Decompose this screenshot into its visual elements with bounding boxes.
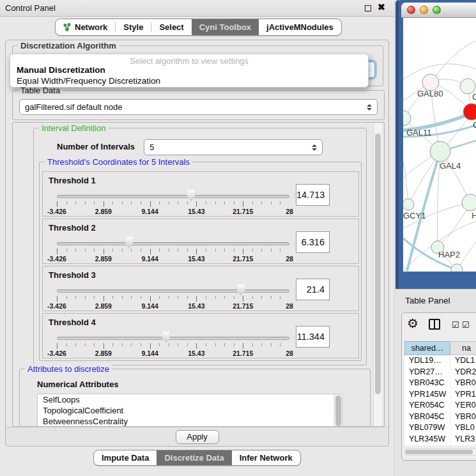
node-label-gal80: GAL80 [417, 89, 443, 98]
settings-vertical-scrollbar[interactable] [373, 123, 382, 427]
tab-discretize-data[interactable]: Discretize Data [157, 450, 231, 465]
algorithm-dropdown-popup: Select algorithm to view settings Manual… [10, 54, 369, 88]
network-node[interactable] [462, 194, 476, 211]
network-view-window: GAL80 G C GAL11 GAL4 GCY1 H HAP2 [395, 0, 476, 289]
table-row[interactable]: YLR345WYLR3 [404, 434, 476, 445]
table-panel: Table Panel ⚙ ☑ ☑ shared… na YDL19…YDL1 … [395, 289, 476, 476]
slider-track[interactable] [57, 289, 289, 293]
network-window-titlebar[interactable] [401, 3, 476, 18]
tab-cyni-toolbox[interactable]: Cyni Toolbox [192, 19, 259, 35]
slider-ticks-major [57, 201, 289, 207]
node-label-gal4: GAL4 [440, 161, 461, 171]
tab-jactivemnodules[interactable]: jActiveMNodules [259, 19, 341, 35]
columns-icon[interactable] [429, 319, 440, 330]
interval-definition-title: Interval Definition [39, 123, 108, 133]
threshold-3-panel: Threshold 3 -3.426 2.859 9.144 [42, 266, 359, 311]
threshold-3-slider[interactable]: -3.426 2.859 9.144 15.43 21.715 28 [57, 284, 289, 309]
threshold-2-slider[interactable]: -3.426 2.859 9.144 15.43 21.715 28 [57, 237, 289, 261]
table-panel-title: Table Panel [405, 296, 450, 305]
attributes-group-title: Attributes to discretize [25, 364, 112, 374]
network-node-gal4[interactable] [430, 141, 450, 162]
slider-tick-labels: -3.426 2.859 9.144 15.43 21.715 28 [57, 302, 289, 310]
minimize-traffic-light[interactable] [420, 6, 428, 14]
interval-definition-group: Interval Definition Number of Intervals … [33, 128, 367, 365]
close-traffic-light[interactable] [407, 6, 415, 14]
control-panel-titlebar: Control Panel ✖ [0, 0, 394, 17]
column-header-name[interactable]: na [450, 341, 476, 355]
table-row[interactable]: YDL19…YDL1 [404, 355, 476, 367]
list-item[interactable]: SelfLoops [38, 394, 342, 405]
cyni-mode-tabbar: Impute Data Discretize Data Infer Networ… [93, 450, 301, 466]
tab-network-label: Network [75, 22, 107, 32]
combo-stepper-icon [367, 104, 372, 111]
node-label-fragment: G [472, 92, 476, 102]
list-scrollbar[interactable] [334, 394, 342, 427]
table-panel-body: ⚙ ☑ ☑ shared… na YDL19…YDL1 YDR27…YDR2 Y… [401, 312, 476, 461]
checkbox-icon[interactable]: ☑ [462, 320, 470, 330]
slider-thumb[interactable] [162, 332, 171, 343]
apply-button[interactable]: Apply [176, 430, 219, 444]
network-icon [63, 23, 71, 31]
table-row[interactable]: YPR145WYPR1 [404, 389, 476, 401]
slider-ticks-major [57, 343, 289, 349]
slider-track[interactable] [57, 337, 289, 340]
slider-thumb[interactable] [236, 284, 245, 296]
table-row[interactable]: YBR045CYBR0 [404, 411, 476, 423]
list-item[interactable]: BetweennessCentrality [38, 416, 342, 427]
network-node[interactable] [403, 111, 411, 126]
node-label-fragment: H [472, 211, 476, 220]
algorithm-option-manual[interactable]: Manual Discretization [10, 65, 368, 76]
threshold-1-panel: Threshold 1 -3.426 2.859 9.144 [42, 171, 359, 217]
numerical-attributes-label: Numerical Attributes [37, 380, 118, 389]
table-row[interactable]: YBL079WYBL0 [404, 422, 476, 434]
threshold-2-value-field[interactable]: 6.316 [296, 231, 330, 253]
slider-track[interactable] [57, 242, 289, 245]
table-horizontal-scrollbar[interactable] [404, 449, 476, 456]
algorithm-option-equal-width[interactable]: Equal Width/Frequency Discretization [10, 76, 368, 87]
threshold-1-value-field[interactable]: 14.713 [296, 184, 330, 206]
table-row[interactable]: YER054CYER0 [404, 400, 476, 411]
column-header-shared[interactable]: shared… [404, 341, 450, 355]
network-node-selected-red[interactable] [463, 104, 476, 120]
tab-select[interactable]: Select [151, 19, 191, 35]
table-data-combobox[interactable]: galFiltered.sif default node [19, 99, 378, 115]
node-label-gal11: GAL11 [406, 128, 432, 137]
slider-tick-labels: -3.426 2.859 9.144 15.43 21.715 28 [57, 349, 289, 357]
threshold-4-slider[interactable]: -3.426 2.859 9.144 15.43 21.715 28 [57, 332, 289, 356]
checkbox-icon[interactable]: ☑ [452, 320, 459, 330]
threshold-2-panel: Threshold 2 -3.426 2.859 9.144 [42, 219, 359, 264]
network-canvas[interactable]: GAL80 G C GAL11 GAL4 GCY1 H HAP2 [403, 18, 476, 272]
network-node[interactable] [403, 199, 414, 210]
float-window-icon[interactable] [365, 5, 371, 12]
gear-icon[interactable]: ⚙ [407, 317, 418, 330]
slider-track[interactable] [57, 195, 289, 198]
tab-infer-network[interactable]: Infer Network [232, 450, 300, 465]
window-frame [395, 0, 399, 289]
tab-impute-data[interactable]: Impute Data [94, 450, 157, 465]
tab-network[interactable]: Network [56, 19, 115, 35]
table-row[interactable]: YDR27…YDR2 [404, 367, 476, 378]
zoom-traffic-light[interactable] [433, 6, 441, 14]
apply-row: Apply [6, 427, 388, 446]
combo-stepper-icon [312, 144, 317, 151]
close-icon[interactable]: ✖ [378, 2, 385, 12]
threshold-4-value-field[interactable]: 11.344 [296, 326, 330, 348]
threshold-1-slider[interactable]: -3.426 2.859 9.144 15.43 21.715 28 [57, 190, 289, 214]
number-of-intervals-combobox[interactable]: 5 [144, 139, 323, 155]
tab-style[interactable]: Style [116, 19, 151, 35]
slider-thumb[interactable] [187, 190, 196, 201]
network-graph: GAL80 G C GAL11 GAL4 GCY1 H HAP2 [403, 18, 476, 272]
discretization-algorithm-group-title: Discretization Algorithm [18, 41, 119, 50]
threshold-3-value-field[interactable]: 21.4 [296, 279, 330, 300]
slider-thumb[interactable] [125, 237, 133, 249]
control-panel-title: Control Panel [5, 3, 56, 13]
table-data-value: galFiltered.sif default node [25, 102, 122, 112]
settings-scroll-panel: Interval Definition Number of Intervals … [12, 122, 385, 427]
table-row[interactable]: YIL053CYIL0 [404, 445, 476, 445]
table-row[interactable]: YBR043CYBR0 [404, 378, 476, 389]
algorithm-prompt-option: Select algorithm to view settings [10, 54, 368, 65]
number-of-intervals-label: Number of Intervals [57, 142, 135, 151]
slider-ticks-major [57, 249, 289, 254]
list-item[interactable]: TopologicalCoefficient [38, 405, 342, 416]
slider-tick-labels: -3.426 2.859 9.144 15.43 21.715 28 [57, 208, 289, 215]
